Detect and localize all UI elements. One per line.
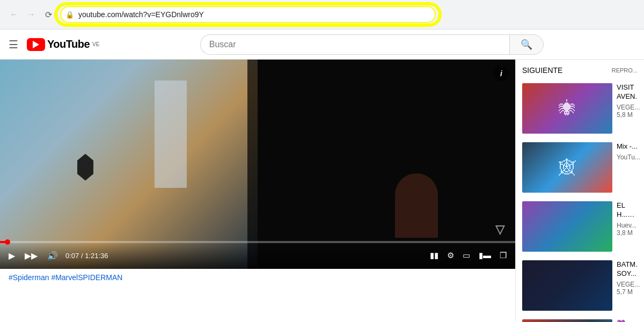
miniplayer-button[interactable]: ▭	[460, 248, 472, 262]
sidebar-thumbnail: 🕸	[522, 142, 612, 193]
sidebar-video-info: 💜 SP... COM...VEGE...	[617, 319, 638, 322]
sidebar-video-item[interactable]: 🕷23💜 SP... COM...VEGE...	[516, 315, 644, 322]
search-bar: 🔍	[200, 34, 544, 55]
sidebar-video-item[interactable]: EL H... SPID...Huev...3,8 M	[516, 197, 644, 256]
sidebar: Siguiente REPRO... 🕷VISIT AVEN...VEGE...…	[515, 60, 644, 322]
info-icon: i	[500, 69, 502, 78]
address-bar[interactable]	[60, 6, 436, 23]
next-button[interactable]: ▶▶	[23, 248, 40, 263]
youtube-app: ☰ YouTubeVE 🔍	[0, 30, 644, 322]
video-tags[interactable]: #Spiderman #MarvelSPIDERMAN	[0, 269, 515, 286]
sidebar-video-info: BATM... SOY...VEGE...5,7 M	[617, 260, 638, 311]
back-button[interactable]: ←	[6, 7, 21, 22]
youtube-logo-text: YouTube	[47, 38, 90, 50]
theater-button[interactable]: ▮▬	[477, 248, 493, 262]
menu-icon[interactable]: ☰	[9, 38, 18, 51]
youtube-logo-icon	[27, 38, 45, 51]
controls-right: ▮▮ ⚙ ▭ ▮▬ ❐	[428, 248, 509, 262]
settings-button[interactable]: ⚙	[445, 248, 456, 262]
sidebar-thumbnail	[522, 260, 612, 311]
search-button[interactable]: 🔍	[509, 34, 544, 55]
sidebar-video-info: VISIT AVEN...VEGE...5,8 M	[617, 83, 638, 134]
sidebar-thumbnail: 🕷	[522, 83, 612, 134]
address-bar-wrap: 🔒	[60, 6, 436, 23]
sidebar-video-title: EL H... SPID...	[617, 201, 638, 219]
youtube-topbar: ☰ YouTubeVE 🔍	[0, 30, 644, 60]
video-controls: ▶ ▶▶ 🔊 0:07 / 1:21:36 ▮▮ ⚙ ▭ ▮▬ ❐	[0, 242, 515, 269]
sidebar-video-title: VISIT AVEN...	[617, 83, 638, 101]
person-silhouette	[395, 173, 438, 238]
sidebar-video-title: 💜 SP... COM...	[617, 319, 638, 322]
search-icon: 🔍	[521, 39, 532, 50]
sidebar-view-count: 5,7 M	[617, 288, 638, 296]
video-player[interactable]: i ▽ ▶ ▶▶ 🔊 0:07 / 1:21:36 ▮▮ ⚙	[0, 60, 515, 269]
search-input[interactable]	[200, 34, 509, 55]
video-background	[0, 60, 515, 269]
building-silhouette	[155, 80, 187, 188]
browser-chrome: ← → ⟳ 🔒	[0, 0, 644, 30]
sidebar-video-title: BATM... SOY...	[617, 260, 638, 279]
sidebar-video-title: Mix -...	[617, 142, 638, 151]
sidebar-video-info: Mix -...YouTu...	[617, 142, 638, 193]
youtube-logo[interactable]: YouTubeVE	[27, 38, 99, 51]
lock-icon: 🔒	[65, 11, 74, 19]
search-bar-wrap: 🔍	[108, 34, 635, 55]
sidebar-title: Siguiente	[522, 66, 562, 75]
video-watermark: ▽	[495, 223, 504, 237]
youtube-main: i ▽ ▶ ▶▶ 🔊 0:07 / 1:21:36 ▮▮ ⚙	[0, 60, 644, 322]
video-dark-overlay	[247, 60, 515, 269]
sidebar-thumbnail	[522, 201, 612, 252]
fullscreen-button[interactable]: ❐	[497, 248, 509, 262]
mute-button[interactable]: 🔊	[45, 248, 60, 263]
nav-buttons: ← → ⟳	[6, 7, 56, 22]
sidebar-video-item[interactable]: 🕸Mix -...YouTu...	[516, 138, 644, 197]
sidebar-video-info: EL H... SPID...Huev...3,8 M	[617, 201, 638, 252]
sidebar-channel-name: YouTu...	[617, 153, 638, 161]
sidebar-thumbnail: 🕷23	[522, 319, 612, 322]
forward-button[interactable]: →	[24, 7, 39, 22]
reload-button[interactable]: ⟳	[41, 7, 56, 22]
sidebar-header: Siguiente REPRO...	[516, 60, 644, 79]
sidebar-view-count: 3,8 M	[617, 229, 638, 237]
sidebar-repro-label: REPRO...	[612, 67, 638, 74]
sidebar-items-container: 🕷VISIT AVEN...VEGE...5,8 M🕸Mix -...YouTu…	[516, 79, 644, 322]
sidebar-channel-name: Huev...	[617, 222, 638, 229]
sidebar-channel-name: VEGE...	[617, 281, 638, 288]
sidebar-channel-name: VEGE...	[617, 104, 638, 111]
subtitles-button[interactable]: ▮▮	[428, 248, 441, 262]
time-display: 0:07 / 1:21:36	[65, 252, 108, 260]
sidebar-video-item[interactable]: 🕷VISIT AVEN...VEGE...5,8 M	[516, 79, 644, 138]
video-section: i ▽ ▶ ▶▶ 🔊 0:07 / 1:21:36 ▮▮ ⚙	[0, 60, 515, 322]
sidebar-video-item[interactable]: BATM... SOY...VEGE...5,7 M	[516, 256, 644, 315]
sidebar-view-count: 5,8 M	[617, 111, 638, 119]
youtube-logo-country: VE	[92, 41, 99, 47]
video-info-button[interactable]: i	[494, 66, 509, 81]
play-button[interactable]: ▶	[6, 248, 17, 263]
video-left-frame	[0, 60, 258, 269]
